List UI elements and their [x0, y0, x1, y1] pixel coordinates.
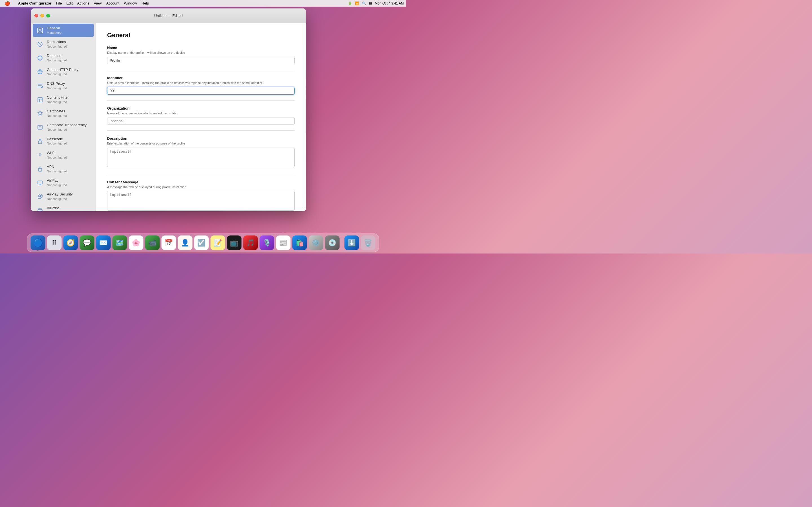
dock-app-store[interactable]: 🛍️ — [292, 235, 307, 250]
certificates-text: Certificates Not configured — [47, 109, 67, 118]
identifier-label: Identifier — [107, 76, 295, 80]
sidebar-item-passcode[interactable]: Passcode Not configured — [33, 135, 94, 148]
consent-section: Consent Message A message that will be d… — [107, 180, 295, 211]
menu-account[interactable]: Account — [104, 1, 121, 5]
dock-tv[interactable]: 📺 — [227, 235, 242, 250]
menu-view[interactable]: View — [91, 1, 104, 5]
sidebar-item-general-name: General — [47, 26, 61, 31]
minimize-button[interactable] — [40, 14, 44, 17]
dock-airdrop[interactable]: ⬇️ — [345, 235, 359, 250]
search-icon[interactable]: 🔍 — [362, 1, 366, 5]
window-title: Untitled — Edited — [154, 13, 183, 18]
sidebar-item-content-filter[interactable]: Content Filter Not configured — [33, 93, 94, 106]
sidebar-item-domains[interactable]: Domains Not configured — [33, 51, 94, 64]
finder-dot — [38, 250, 39, 251]
dock-music[interactable]: 🎵 — [243, 235, 258, 250]
traffic-lights — [35, 14, 50, 17]
sidebar-item-general[interactable]: General Mandatory — [33, 24, 94, 37]
dock-reminders[interactable]: ☑️ — [194, 235, 209, 250]
sidebar-item-vpn-sub: Not configured — [47, 169, 67, 173]
dock-calendar[interactable]: 📅 — [161, 235, 176, 250]
consent-input[interactable] — [107, 191, 295, 211]
control-center-icon[interactable]: ⊟ — [369, 1, 372, 5]
dock-finder[interactable]: 🔵 — [31, 235, 45, 250]
organization-section: Organization Name of the organization wh… — [107, 106, 295, 125]
sidebar-item-certificates-sub: Not configured — [47, 114, 67, 118]
svg-point-19 — [40, 142, 41, 143]
sidebar-item-vpn[interactable]: VPN Not configured — [33, 162, 94, 175]
domains-text: Domains Not configured — [47, 54, 67, 62]
sidebar-item-airplay-name: AirPlay — [47, 178, 67, 183]
restrictions-text: Restrictions Not configured — [47, 40, 67, 48]
sidebar-item-airprint[interactable]: AirPrint Not configured — [33, 204, 94, 211]
domains-icon — [36, 54, 44, 62]
battery-icon: 🔋 — [348, 1, 352, 5]
menu-window[interactable]: Window — [121, 1, 139, 5]
sidebar-item-global-http-proxy-sub: Not configured — [47, 72, 79, 76]
airplay-security-icon — [36, 193, 44, 201]
certificates-icon — [36, 110, 44, 117]
dock-divider — [342, 238, 342, 250]
name-label: Name — [107, 46, 295, 50]
airplay-icon — [36, 179, 44, 187]
airplay-text: AirPlay Not configured — [47, 178, 67, 187]
dock-facetime[interactable]: 📹 — [145, 235, 160, 250]
airprint-icon — [36, 207, 44, 211]
dock-contacts[interactable]: 👤 — [178, 235, 193, 250]
dock-photos[interactable]: 🌸 — [129, 235, 144, 250]
maximize-button[interactable] — [46, 14, 50, 17]
sidebar-item-wifi[interactable]: Wi-Fi Not configured — [33, 149, 94, 162]
sidebar-item-global-http-proxy[interactable]: Global HTTP Proxy Not configured — [33, 65, 94, 78]
apple-menu[interactable]: 🍎 — [2, 1, 12, 6]
name-input[interactable] — [107, 57, 295, 64]
dock-trash[interactable]: 🗑️ — [361, 235, 375, 250]
sidebar-item-restrictions-name: Restrictions — [47, 40, 67, 45]
sidebar-item-dns-proxy-name: DNS Proxy — [47, 81, 67, 86]
dock-disk-utility[interactable]: 💿 — [325, 235, 340, 250]
menu-help[interactable]: Help — [139, 1, 151, 5]
dock-mail[interactable]: ✉️ — [96, 235, 111, 250]
sidebar-item-airprint-name: AirPrint — [47, 206, 67, 211]
sidebar-item-cert-transparency[interactable]: Certificate Transparency Not configured — [33, 121, 94, 134]
sidebar-item-cert-transparency-name: Certificate Transparency — [47, 123, 87, 128]
dock-maps[interactable]: 🗺️ — [112, 235, 127, 250]
vpn-text: VPN Not configured — [47, 165, 67, 173]
sidebar-item-airplay-security-name: AirPlay Security — [47, 192, 73, 197]
menu-edit[interactable]: Edit — [64, 1, 75, 5]
dns-proxy-text: DNS Proxy Not configured — [47, 81, 67, 90]
sidebar-item-dns-proxy[interactable]: DNS Proxy Not configured — [33, 79, 94, 93]
organization-input[interactable] — [107, 117, 295, 125]
identifier-input[interactable] — [107, 87, 295, 95]
app-name[interactable]: Apple Configurator — [16, 1, 54, 5]
sidebar-item-general-sub: Mandatory — [47, 31, 61, 35]
sidebar-item-wifi-sub: Not configured — [47, 156, 67, 159]
passcode-text: Passcode Not configured — [47, 137, 67, 146]
sidebar-item-airplay[interactable]: AirPlay Not configured — [33, 176, 94, 189]
description-section: Description Brief explanation of the con… — [107, 136, 295, 168]
dock-messages[interactable]: 💬 — [80, 235, 94, 250]
sidebar-item-domains-sub: Not configured — [47, 58, 67, 62]
dock-launchpad[interactable]: ⠿ — [47, 235, 62, 250]
restrictions-icon — [36, 40, 44, 48]
main-window: Untitled — Edited General Mandatory — [31, 8, 306, 211]
svg-point-1 — [40, 29, 41, 30]
dock-safari[interactable]: 🧭 — [63, 235, 78, 250]
dock-podcasts[interactable]: 🎙️ — [260, 235, 274, 250]
description-label: Description — [107, 136, 295, 140]
cert-transparency-icon — [36, 123, 44, 131]
menu-file[interactable]: File — [54, 1, 64, 5]
menu-actions[interactable]: Actions — [75, 1, 92, 5]
dock-news[interactable]: 📰 — [276, 235, 291, 250]
dock-system-prefs[interactable]: ⚙️ — [309, 235, 323, 250]
sidebar-item-cert-transparency-sub: Not configured — [47, 128, 87, 131]
sidebar-item-restrictions[interactable]: Restrictions Not configured — [33, 38, 94, 51]
consent-label: Consent Message — [107, 180, 295, 184]
airprint-text: AirPrint Not configured — [47, 206, 67, 211]
sidebar-item-certificates[interactable]: Certificates Not configured — [33, 107, 94, 120]
sidebar-item-restrictions-sub: Not configured — [47, 45, 67, 48]
sidebar-item-airplay-security[interactable]: AirPlay Security Not configured — [33, 190, 94, 203]
description-input[interactable] — [107, 148, 295, 167]
sidebar-item-certificates-name: Certificates — [47, 109, 67, 114]
close-button[interactable] — [35, 14, 38, 17]
dock-notes[interactable]: 📝 — [211, 235, 225, 250]
